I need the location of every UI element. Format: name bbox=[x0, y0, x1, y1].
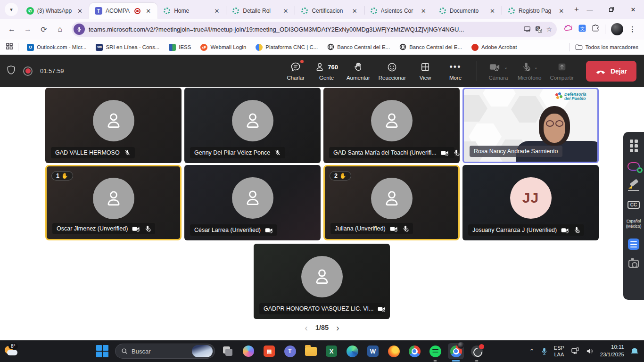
weather-widget[interactable]: 8° bbox=[0, 345, 66, 357]
forward-icon[interactable]: → bbox=[21, 22, 35, 36]
chat-button[interactable]: Charlar bbox=[282, 59, 309, 82]
view-button[interactable]: View bbox=[412, 59, 439, 82]
back-icon[interactable]: ← bbox=[5, 22, 19, 36]
close-icon[interactable]: ✕ bbox=[419, 7, 428, 15]
participant-tile[interactable]: Genny Del Pilar Vélez Ponce bbox=[184, 88, 321, 163]
copilot-button[interactable] bbox=[240, 343, 256, 359]
whatsapp-icon: ✆ bbox=[26, 7, 34, 15]
task-view-button[interactable] bbox=[220, 343, 236, 359]
tab-teams-active[interactable]: T ACOMPA ✕ bbox=[89, 3, 157, 19]
excel-button[interactable]: X bbox=[323, 343, 339, 359]
bookmark-bce-2[interactable]: Banco Central del E... bbox=[396, 41, 466, 53]
extensions-puzzle-icon[interactable] bbox=[592, 25, 599, 34]
restore-button[interactable] bbox=[601, 0, 622, 19]
tab-documento[interactable]: Documento ✕ bbox=[433, 3, 502, 19]
obs-button[interactable] bbox=[469, 343, 485, 359]
participant-tile-raised-hand[interactable]: 2 ✋ Juliana (Unverified) bbox=[323, 165, 460, 240]
volume-icon[interactable] bbox=[586, 348, 594, 354]
translate-extension-icon[interactable]: 文 bbox=[578, 25, 586, 34]
bookmark-bce-1[interactable]: Banco Central del E... bbox=[323, 41, 394, 53]
next-page-icon[interactable]: › bbox=[336, 323, 339, 332]
minimize-button[interactable]: — bbox=[579, 0, 601, 19]
highlighter-icon[interactable] bbox=[628, 181, 639, 191]
screenshot-camera-icon[interactable] bbox=[628, 260, 639, 268]
cloud-extension-icon[interactable] bbox=[564, 25, 573, 33]
apps-grid-icon[interactable] bbox=[630, 140, 638, 152]
tab-certificacion[interactable]: Certificacion ✕ bbox=[295, 3, 363, 19]
people-button[interactable]: 760 Gente bbox=[312, 59, 341, 82]
bookmark-webmail[interactable]: cP Webmail Login bbox=[197, 42, 250, 53]
spotify-button[interactable] bbox=[427, 343, 443, 359]
tab-home[interactable]: Home ✕ bbox=[157, 3, 226, 19]
start-button[interactable] bbox=[94, 343, 110, 359]
install-app-icon[interactable] bbox=[524, 26, 531, 33]
participant-tile-raised-hand[interactable]: 1 ✋ Oscar Jimenez (Unverified) bbox=[45, 165, 182, 240]
participant-tile[interactable]: GAD Santa María del Toachi (Unverifi... bbox=[323, 88, 460, 163]
mic-chevron-icon[interactable]: ⌄ bbox=[534, 65, 538, 70]
new-tab-button[interactable]: + bbox=[574, 5, 579, 14]
apps-grid-icon[interactable] bbox=[6, 42, 13, 52]
url-bar[interactable]: teams.microsoft.com/v2/?meetingjoin=true… bbox=[72, 22, 557, 37]
chrome-profile-button[interactable] bbox=[448, 343, 464, 359]
tab-detalle-rol[interactable]: Detalle Rol ✕ bbox=[226, 3, 295, 19]
bookmark-acrobat[interactable]: Adobe Acrobat bbox=[468, 42, 520, 53]
edge-button[interactable] bbox=[344, 343, 360, 359]
word-button[interactable]: W bbox=[365, 343, 381, 359]
bookmark-sri[interactable]: SRI SRI en Línea - Cons... bbox=[92, 42, 163, 53]
home-icon[interactable]: ⌂ bbox=[53, 22, 67, 36]
all-bookmarks[interactable]: Todos los marcadores bbox=[566, 43, 639, 51]
previous-page-icon[interactable]: ‹ bbox=[305, 323, 308, 332]
tab-search-button[interactable]: ▾ bbox=[5, 3, 18, 16]
site-info-mic-icon[interactable] bbox=[74, 24, 85, 35]
camera-chevron-icon[interactable]: ⌄ bbox=[504, 65, 508, 70]
close-icon[interactable]: ✕ bbox=[75, 7, 84, 15]
more-button[interactable]: ••• More bbox=[442, 59, 469, 82]
network-icon[interactable] bbox=[571, 347, 579, 355]
cloud-extension-icon[interactable] bbox=[627, 162, 640, 171]
camera-button[interactable]: ⌄ Cámara bbox=[485, 59, 512, 82]
active-speaker-tile[interactable]: Defensoría del Pueblo Rosa Nancy Andrade… bbox=[462, 88, 599, 163]
close-icon[interactable]: ✕ bbox=[350, 7, 359, 15]
notification-bell-icon[interactable] bbox=[631, 348, 638, 354]
clock[interactable]: 10:11 23/1/2025 bbox=[600, 344, 624, 358]
docs-extension-icon[interactable] bbox=[628, 239, 639, 250]
language-indicator[interactable]: ESP LAA bbox=[554, 345, 564, 358]
firefox-button[interactable] bbox=[386, 343, 402, 359]
bookmark-outlook[interactable]: O Outlook.com - Micr... bbox=[23, 42, 90, 53]
bookmark-iess[interactable]: IESS bbox=[165, 42, 195, 53]
close-icon[interactable]: ✕ bbox=[557, 7, 566, 15]
close-window-button[interactable]: ✕ bbox=[622, 0, 644, 19]
participant-tile[interactable]: GAD VALLE HERMOSO bbox=[45, 88, 182, 163]
browser-menu-icon[interactable]: ⋮ bbox=[629, 25, 636, 33]
tray-mic-icon[interactable] bbox=[541, 347, 547, 355]
tray-chevron-icon[interactable]: ⌃ bbox=[529, 347, 535, 355]
tab-whatsapp[interactable]: ✆ (3) WhatsApp ✕ bbox=[21, 3, 89, 19]
close-icon[interactable]: ✕ bbox=[144, 7, 153, 15]
captions-button[interactable]: CC bbox=[627, 201, 640, 209]
participant-tile[interactable]: César Larrea (Unverified) bbox=[184, 165, 321, 240]
profile-avatar[interactable] bbox=[611, 23, 623, 35]
participant-tile[interactable]: JJ Josuany Carranza J (Unverified) bbox=[462, 165, 599, 240]
share-button[interactable]: Compartir bbox=[547, 59, 576, 82]
teams-app-button[interactable]: T bbox=[282, 343, 298, 359]
react-button[interactable]: Reaccionar bbox=[376, 59, 409, 82]
bookmark-cnc[interactable]: Plataforma CNC | C... bbox=[252, 42, 322, 53]
bookmark-star-icon[interactable]: ☆ bbox=[546, 25, 552, 33]
raise-hand-button[interactable]: Aumentar bbox=[344, 59, 373, 82]
taskbar-search[interactable]: Buscar bbox=[115, 344, 215, 359]
tab-asientos[interactable]: Asientos Cor ✕ bbox=[364, 3, 433, 19]
file-explorer-button[interactable] bbox=[303, 343, 319, 359]
close-icon[interactable]: ✕ bbox=[212, 7, 221, 15]
leave-button[interactable]: Dejar bbox=[586, 61, 636, 82]
svg-text:文: 文 bbox=[580, 26, 585, 31]
close-icon[interactable]: ✕ bbox=[488, 7, 497, 15]
pdf-app-button[interactable]: ▤ bbox=[261, 343, 277, 359]
chrome-button[interactable] bbox=[406, 343, 422, 359]
mic-button[interactable]: ⌄ Micrófono bbox=[515, 59, 545, 82]
weather-temp: 8° bbox=[8, 343, 18, 349]
tab-registro[interactable]: Registro Pag ✕ bbox=[502, 3, 570, 19]
close-icon[interactable]: ✕ bbox=[281, 7, 290, 15]
participant-tile[interactable]: GADPR HONORATO VASQUEZ LIC. VI... bbox=[254, 244, 390, 319]
reload-icon[interactable]: ⟳ bbox=[37, 22, 51, 36]
translate-page-icon[interactable]: G文 bbox=[535, 26, 542, 33]
